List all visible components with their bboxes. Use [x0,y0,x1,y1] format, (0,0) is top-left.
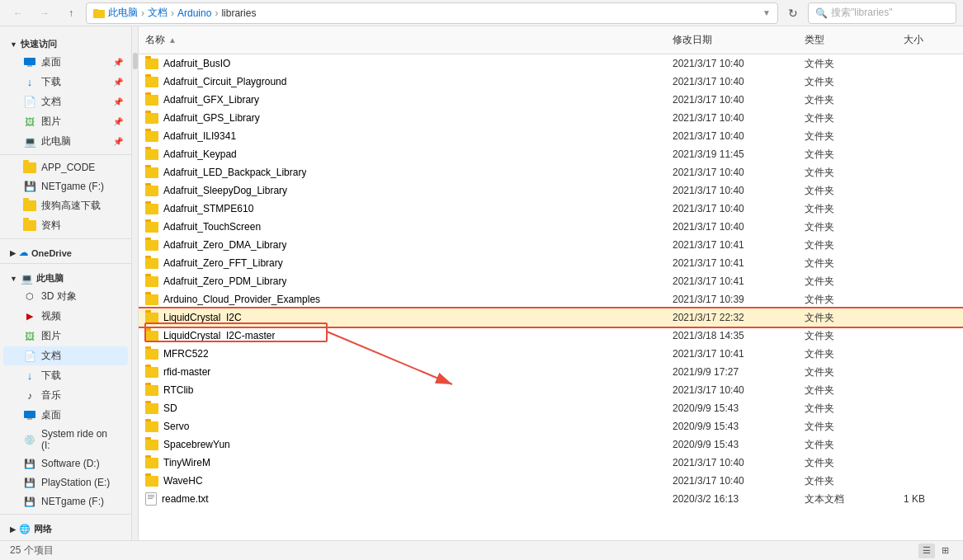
file-name-text: Adafruit_TouchScreen [163,221,261,233]
sidebar-item-sysride[interactable]: 💿 System ride on (I: [3,426,128,454]
table-row[interactable]: Adafruit_BusIO 2021/3/17 10:40 文件夹 [139,54,963,73]
sidebar: ▼ 快速访问 桌面 📌 ↓ 下载 📌 📄 文档 📌 🖼 [0,26,132,540]
sidebar-item-download2[interactable]: ↓ 下载 [3,366,128,385]
sidebar-scrollbar[interactable] [132,26,139,540]
sidebar-item-playstation[interactable]: 💾 PlayStation (E:) [3,473,128,492]
col-size-header[interactable]: 大小 [897,30,963,50]
drive-icon-sys: 💿 [23,433,36,446]
table-row[interactable]: WaveHC 2021/3/17 10:40 文件夹 [139,472,963,490]
sidebar-item-appcode[interactable]: APP_CODE [3,158,128,176]
table-row[interactable]: LiquidCrystal_I2C-master 2021/3/18 14:35… [139,327,963,345]
onedrive-chevron: ▶ [10,249,16,257]
sidebar-item-doc2[interactable]: 📄 文档 [3,346,128,365]
sidebar-item-netgame[interactable]: 💾 NETgame (F:) [3,177,128,195]
file-icon [145,492,157,506]
table-row[interactable]: Adafruit_GPS_Library 2021/3/17 10:40 文件夹 [139,109,963,127]
sidebar-divider-1 [0,154,131,155]
pic2-icon: 🖼 [23,330,36,343]
table-row[interactable]: TinyWireM 2021/3/17 10:40 文件夹 [139,454,963,472]
file-name-text: SD [163,402,177,414]
sidebar-item-pic2[interactable]: 🖼 图片 [3,327,128,346]
sidebar-item-material[interactable]: 资料 [3,216,128,235]
address-part-pc[interactable]: 此电脑 [108,6,138,20]
pin-icon-pic: 📌 [113,117,123,126]
address-part-doc[interactable]: 文档 [148,6,168,20]
address-bar[interactable]: 此电脑 › 文档 › Arduino › libraries ▼ [86,2,778,24]
table-row[interactable]: SD 2020/9/9 15:43 文件夹 [139,399,963,417]
sidebar-item-download[interactable]: ↓ 下载 📌 [3,73,128,92]
table-row[interactable]: Adafruit_Circuit_Playground 2021/3/17 10… [139,73,963,91]
table-row[interactable]: Adafruit_Zero_PDM_Library 2021/3/17 10:4… [139,272,963,290]
table-row[interactable]: Adafruit_Keypad 2021/3/19 11:45 文件夹 [139,145,963,163]
file-type: 文件夹 [798,238,897,252]
table-row[interactable]: Adafruit_GFX_Library 2021/3/17 10:40 文件夹 [139,91,963,109]
file-date: 2021/3/17 10:40 [666,58,798,69]
sidebar-item-doc[interactable]: 📄 文档 📌 [3,92,128,111]
table-row[interactable]: Servo 2020/9/9 15:43 文件夹 [139,417,963,435]
table-row[interactable]: Adafruit_SleepyDog_Library 2021/3/17 10:… [139,181,963,200]
sidebar-item-software[interactable]: 💾 Software (D:) [3,454,128,473]
file-icon [145,167,158,178]
file-name-text: Adafruit_Zero_PDM_Library [163,275,286,287]
file-date: 2021/3/17 10:40 [666,112,798,124]
sidebar-item-pic[interactable]: 🖼 图片 📌 [3,112,128,131]
pc-header[interactable]: ▼ 💻 此电脑 [0,267,131,286]
quick-access-header[interactable]: ▼ 快速访问 [0,33,131,52]
address-dropdown-icon[interactable]: ▼ [762,8,771,17]
pin-icon-download: 📌 [113,78,123,87]
table-row[interactable]: readme.txt 2020/3/2 16:13 文本文档 1 KB [139,490,963,508]
address-part-libraries[interactable]: libraries [221,7,256,19]
file-icon [145,476,158,487]
file-type: 文本文档 [798,492,897,506]
file-name: SD [139,402,666,414]
address-part-arduino[interactable]: Arduino [177,7,211,19]
table-row[interactable]: LiquidCrystal_I2C 2021/3/17 22:32 文件夹 [139,308,963,327]
back-button[interactable]: ← [7,3,30,23]
network-header[interactable]: ▶ 🌐 网络 [0,518,131,537]
file-name-text: Adafruit_STMPE610 [163,203,253,214]
sidebar-item-3d[interactable]: ⬡ 3D 对象 [3,287,128,306]
forward-button[interactable]: → [33,3,56,23]
up-button[interactable]: ↑ [59,3,83,23]
table-row[interactable]: RTClib 2021/3/17 10:40 文件夹 [139,381,963,399]
onedrive-header[interactable]: ▶ ☁ OneDrive [0,242,131,260]
details-view-button[interactable]: ☰ [918,544,935,558]
table-row[interactable]: Adafruit_Zero_DMA_Library 2021/3/17 10:4… [139,236,963,254]
file-date: 2021/9/9 17:27 [666,366,798,378]
large-icon-view-button[interactable]: ⊞ [937,544,953,558]
table-row[interactable]: Adafruit_LED_Backpack_Library 2021/3/17 … [139,163,963,181]
file-icon [145,276,158,287]
file-icon [145,131,158,142]
sidebar-item-netgame2[interactable]: 💾 NETgame (F:) [3,492,128,511]
table-row[interactable]: Adafruit_ILI9341 2021/3/17 10:40 文件夹 [139,127,963,145]
col-type-label: 类型 [805,33,824,47]
file-name-text: Adafruit_LED_Backpack_Library [163,167,306,178]
col-type-header[interactable]: 类型 [798,30,897,50]
table-row[interactable]: Adafruit_Zero_FFT_Library 2021/3/17 10:4… [139,254,963,272]
sidebar-item-music[interactable]: ♪ 音乐 [3,386,128,405]
sidebar-item-desktop[interactable]: 桌面 📌 [3,53,128,72]
sidebar-item-video[interactable]: ▶ 视频 [3,307,128,326]
file-name-text: Adafruit_GPS_Library [163,112,260,124]
table-row[interactable]: MFRC522 2021/3/17 10:41 文件夹 [139,345,963,363]
file-date: 2021/3/17 10:40 [666,475,798,487]
file-type: 文件夹 [798,311,897,325]
refresh-button[interactable]: ↻ [781,3,805,23]
table-row[interactable]: rfid-master 2021/9/9 17:27 文件夹 [139,363,963,381]
table-row[interactable]: Adafruit_TouchScreen 2021/3/17 10:40 文件夹 [139,218,963,236]
file-date: 2021/3/17 10:40 [666,167,798,178]
file-type: 文件夹 [798,148,897,162]
pc-icon-sidebar: 💻 [21,273,33,285]
file-icon [145,458,158,468]
col-modified-header[interactable]: 修改日期 [666,30,798,50]
table-row[interactable]: Adafruit_STMPE610 2021/3/17 10:40 文件夹 [139,200,963,218]
sidebar-item-desktop2[interactable]: 桌面 [3,406,128,425]
col-name-header[interactable]: 名称 ▲ [139,30,666,50]
table-row[interactable]: Arduino_Cloud_Provider_Examples 2021/3/1… [139,290,963,308]
table-row[interactable]: SpacebrewYun 2020/9/9 15:43 文件夹 [139,435,963,454]
file-name: WaveHC [139,475,666,487]
sidebar-item-thispc-quick[interactable]: 💻 此电脑 📌 [3,132,128,151]
sidebar-item-sogou[interactable]: 搜狗高速下载 [3,196,128,215]
title-bar: ← → ↑ 此电脑 › 文档 › Arduino › libraries ▼ ↻… [0,0,963,26]
search-bar[interactable]: 🔍 搜索"libraries" [808,2,956,24]
